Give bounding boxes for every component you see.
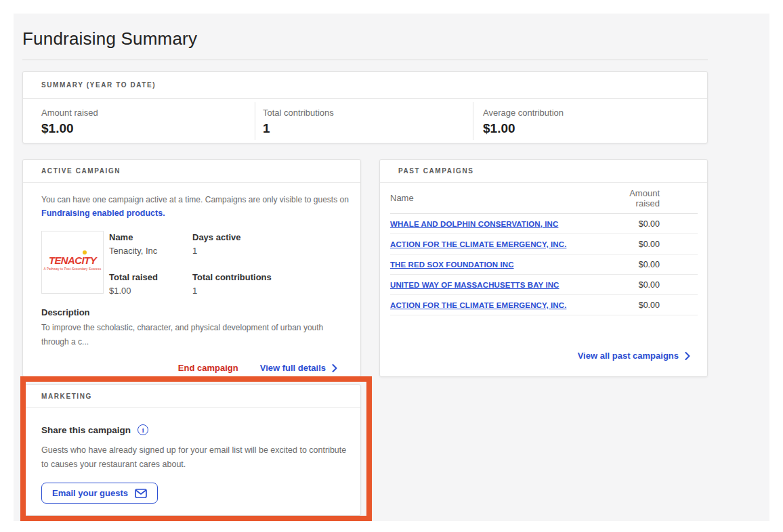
amount-raised-value: $0.00 <box>616 301 698 310</box>
stat-total-contributions: Total contributions 1 <box>255 102 473 140</box>
detail-label: Total raised <box>109 272 192 282</box>
summary-stats: Amount raised $1.00 Total contributions … <box>23 99 707 143</box>
marketing-header: MARKETING <box>23 385 360 408</box>
active-campaign-intro: You can have one campaign active at a ti… <box>41 193 342 220</box>
table-row: WHALE AND DOLPHIN CONSERVATION, INC $0.0… <box>390 214 698 234</box>
detail-total-raised: Total raised $1.00 <box>109 272 192 296</box>
detail-label: Days active <box>192 232 272 242</box>
intro-text: You can have one campaign active at a ti… <box>41 193 342 206</box>
summary-card-header: SUMMARY (YEAR TO DATE) <box>23 72 707 99</box>
email-your-guests-button[interactable]: Email your guests <box>41 483 158 504</box>
campaign-description: Description To improve the scholastic, c… <box>41 307 342 349</box>
view-all-past-campaigns-link[interactable]: View all past campaigns <box>578 351 690 361</box>
stat-label: Amount raised <box>41 108 255 118</box>
stat-value: $1.00 <box>483 121 707 136</box>
campaign-details: Name Tenacity, Inc Days active 1 Total r… <box>109 231 272 296</box>
detail-value: Tenacity, Inc <box>109 246 192 256</box>
fundraising-enabled-products-link[interactable]: Fundraising enabled products. <box>41 208 165 218</box>
past-campaigns-card: PAST CAMPAIGNS Name Amount raised WHALE … <box>379 159 708 377</box>
fundraising-summary-page: Fundraising Summary SUMMARY (YEAR TO DAT… <box>14 14 769 521</box>
table-row: UNITED WAY OF MASSACHUSETTS BAY INC $0.0… <box>390 275 698 295</box>
amount-raised-value: $0.00 <box>616 260 698 269</box>
chevron-right-icon <box>332 364 337 372</box>
campaign-summary-block: TENACITY A Pathway to Post-Secondary Suc… <box>41 231 342 296</box>
table-row: ACTION FOR THE CLIMATE EMERGENCY, INC. $… <box>390 234 698 254</box>
stat-average-contribution: Average contribution $1.00 <box>473 102 707 140</box>
summary-card: SUMMARY (YEAR TO DATE) Amount raised $1.… <box>22 71 708 143</box>
envelope-icon <box>135 489 147 498</box>
logo-dot-icon <box>83 250 87 254</box>
detail-total-contributions: Total contributions 1 <box>192 272 272 296</box>
table-header-row: Name Amount raised <box>390 183 698 214</box>
detail-value: $1.00 <box>109 286 192 296</box>
past-campaign-link[interactable]: THE RED SOX FOUNDATION INC <box>390 261 616 269</box>
amount-raised-value: $0.00 <box>616 280 698 290</box>
past-campaign-link[interactable]: UNITED WAY OF MASSACHUSETTS BAY INC <box>390 281 616 289</box>
tenacity-logo-tagline: A Pathway to Post-Secondary Success <box>44 267 102 271</box>
amount-raised-value: $0.00 <box>616 219 698 229</box>
active-campaign-card: ACTIVE CAMPAIGN You can have one campaig… <box>22 159 361 377</box>
past-campaigns-header: PAST CAMPAIGNS <box>380 160 707 183</box>
stat-value: 1 <box>263 121 473 136</box>
view-full-details-label: View full details <box>260 363 326 373</box>
stat-value: $1.00 <box>41 121 255 136</box>
page-title: Fundraising Summary <box>22 28 761 49</box>
detail-value: 1 <box>192 246 272 256</box>
chevron-right-icon <box>685 352 690 360</box>
detail-label: Total contributions <box>192 272 272 282</box>
campaign-actions: End campaign View full details <box>41 363 342 373</box>
cards-row: ACTIVE CAMPAIGN You can have one campaig… <box>22 159 761 377</box>
description-text: To improve the scholastic, character, an… <box>41 321 345 349</box>
tenacity-logo-text: TENACITY <box>49 254 96 266</box>
table-row: ACTION FOR THE CLIMATE EMERGENCY, INC. $… <box>390 295 698 315</box>
description-label: Description <box>41 307 342 317</box>
info-icon[interactable]: i <box>137 424 148 435</box>
table-row: THE RED SOX FOUNDATION INC $0.00 <box>390 254 698 275</box>
view-full-details-link[interactable]: View full details <box>260 363 337 373</box>
share-campaign-title: Share this campaign <box>41 425 131 435</box>
marketing-card: MARKETING Share this campaign i Guests w… <box>22 384 361 516</box>
past-campaign-link[interactable]: WHALE AND DOLPHIN CONSERVATION, INC <box>390 220 616 228</box>
column-header-name: Name <box>390 193 616 203</box>
past-campaign-link[interactable]: ACTION FOR THE CLIMATE EMERGENCY, INC. <box>390 240 616 248</box>
past-campaigns-table: Name Amount raised WHALE AND DOLPHIN CON… <box>380 183 707 315</box>
active-campaign-header: ACTIVE CAMPAIGN <box>23 160 360 183</box>
title-divider <box>22 60 708 60</box>
stat-amount-raised: Amount raised $1.00 <box>23 106 255 136</box>
marketing-description: Guests who have already signed up for yo… <box>41 443 347 472</box>
detail-value: 1 <box>192 286 272 296</box>
detail-days-active: Days active 1 <box>192 232 272 256</box>
past-campaign-link[interactable]: ACTION FOR THE CLIMATE EMERGENCY, INC. <box>390 301 616 309</box>
detail-name: Name Tenacity, Inc <box>109 232 192 256</box>
detail-label: Name <box>109 232 192 242</box>
end-campaign-link[interactable]: End campaign <box>178 363 238 373</box>
amount-raised-value: $0.00 <box>616 240 698 249</box>
column-header-amount: Amount raised <box>616 188 698 208</box>
campaign-logo: TENACITY A Pathway to Post-Secondary Suc… <box>41 231 104 294</box>
stat-label: Total contributions <box>263 108 473 118</box>
view-all-past-campaigns-label: View all past campaigns <box>578 351 679 361</box>
stat-label: Average contribution <box>483 108 707 118</box>
email-your-guests-label: Email your guests <box>52 488 128 498</box>
